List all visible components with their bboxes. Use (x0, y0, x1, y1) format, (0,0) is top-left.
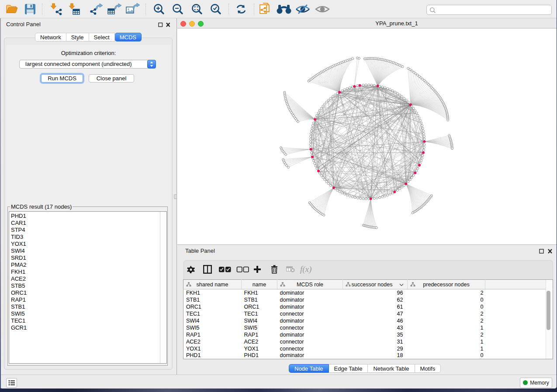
svg-text:f(x): f(x) (300, 265, 311, 274)
